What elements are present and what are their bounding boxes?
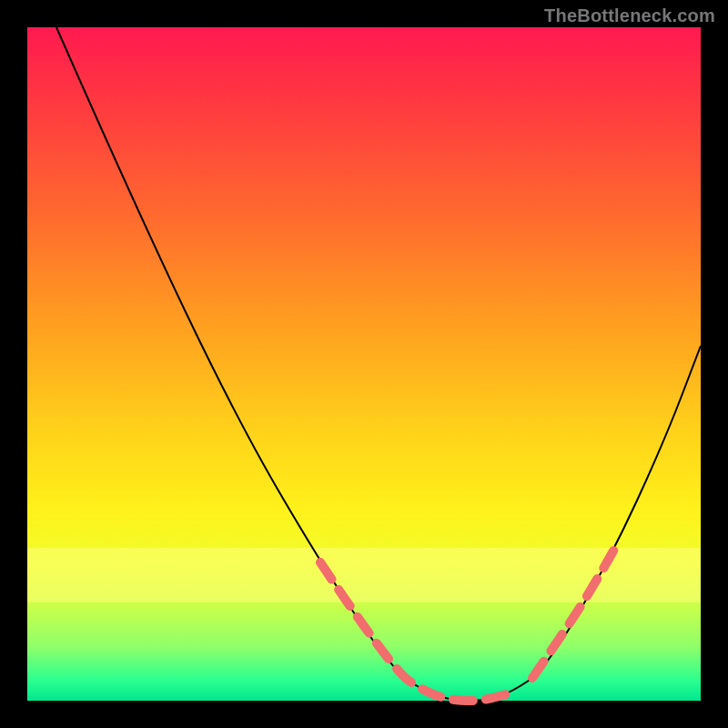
highlight-right-segment	[532, 548, 615, 678]
chart-svg	[27, 27, 701, 701]
bottleneck-curve	[56, 27, 701, 701]
highlight-left-segment	[320, 562, 510, 701]
watermark-text: TheBottleneck.com	[544, 5, 715, 26]
